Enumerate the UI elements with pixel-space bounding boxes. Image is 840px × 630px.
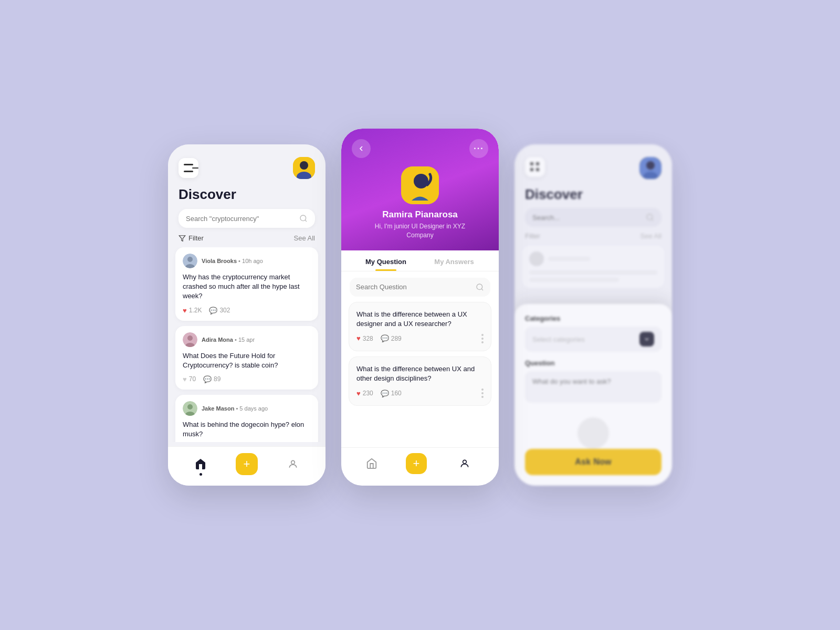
likes-1: ♥ 1.2K	[183, 307, 202, 314]
center-heart-icon-2: ♥	[356, 390, 361, 397]
center-add-button[interactable]: +	[406, 453, 427, 474]
card-stats-1: ♥ 1.2K 💬 302	[183, 307, 311, 314]
filter-label: Filter	[188, 234, 204, 242]
svg-point-13	[187, 404, 193, 410]
right-text-placeholder-2	[529, 278, 619, 282]
center-likes-1: ♥ 328	[356, 334, 373, 342]
svg-point-10	[187, 335, 193, 341]
heart-icon-1: ♥	[183, 307, 187, 314]
center-stats-1: ♥ 328 💬 289	[356, 334, 402, 342]
center-comments-count-1: 289	[391, 335, 402, 342]
menu-line-1	[184, 164, 193, 165]
left-filter-row: Filter See All	[168, 234, 326, 247]
dot-5	[481, 392, 484, 394]
left-search-input[interactable]	[186, 215, 295, 223]
svg-point-17	[414, 174, 428, 188]
comment-icon-1: 💬	[209, 307, 217, 314]
three-dots-2[interactable]	[481, 388, 484, 398]
comments-1: 💬 302	[209, 307, 230, 314]
right-author-avatar	[529, 251, 544, 266]
user-avatar-left[interactable]	[293, 157, 315, 179]
three-dots-1[interactable]	[481, 334, 484, 343]
svg-point-24	[647, 214, 653, 220]
svg-point-1	[300, 161, 308, 170]
center-likes-count-2: 230	[363, 390, 373, 397]
question-card-2[interactable]: Adira Mona • 15 apr What Does the Future…	[175, 326, 318, 390]
center-likes-count-1: 328	[363, 335, 373, 342]
center-comment-icon-1: 💬	[381, 334, 389, 342]
left-add-button[interactable]: +	[236, 453, 258, 475]
question-textarea[interactable]	[525, 371, 662, 403]
more-button[interactable]: ···	[469, 139, 488, 158]
menu-button[interactable]	[178, 158, 198, 178]
grid-dot-2	[536, 162, 539, 165]
right-header	[514, 144, 672, 184]
tab-my-answers[interactable]: My Answers	[420, 250, 488, 271]
dot-1	[481, 334, 484, 336]
author-info-2: Adira Mona • 15 apr	[202, 337, 255, 343]
right-card-row	[529, 251, 657, 266]
center-question-text-1: What is the difference between a UX desi…	[356, 310, 484, 329]
see-all-button[interactable]: See All	[294, 234, 315, 242]
dot-6	[481, 396, 484, 398]
author-avatar-3	[183, 401, 197, 416]
tab-my-question[interactable]: My Question	[352, 250, 420, 271]
comments-count-1: 302	[219, 307, 230, 314]
center-question-card-2[interactable]: What is the difference between UX and ot…	[349, 356, 491, 406]
center-phone: ··· Ramira Pianarosa	[341, 129, 499, 486]
center-heart-icon-1: ♥	[356, 334, 361, 342]
author-row-2: Adira Mona • 15 apr	[183, 332, 311, 347]
question-text-2: What Does the Future Hold for Cryptocurr…	[183, 351, 311, 370]
left-discover-title: Discover	[168, 184, 326, 209]
left-questions-list: Viola Brooks • 10h ago Why has the crypt…	[168, 247, 326, 442]
select-categories-row[interactable]: Select categories	[525, 327, 662, 352]
home-dot	[200, 473, 202, 476]
author-time-1: 10h ago	[242, 258, 263, 264]
center-header: ··· Ramira Pianarosa	[341, 129, 499, 250]
comments-2: 💬 89	[203, 375, 220, 383]
right-user-avatar[interactable]	[639, 157, 662, 179]
center-home-nav[interactable]	[366, 458, 377, 469]
svg-line-4	[305, 220, 307, 222]
filter-button[interactable]: Filter	[178, 234, 204, 242]
center-comments-count-2: 160	[391, 390, 402, 397]
grid-menu-button[interactable]	[525, 157, 545, 177]
right-search-input[interactable]	[532, 214, 642, 222]
center-question-card-1[interactable]: What is the difference between a UX desi…	[349, 302, 491, 351]
author-name-3: Jake Mason	[202, 405, 234, 412]
svg-point-7	[187, 257, 193, 262]
back-button[interactable]	[352, 139, 371, 158]
svg-point-15	[291, 460, 295, 464]
profile-avatar	[401, 166, 439, 204]
comments-count-2: 89	[214, 375, 220, 383]
dot-4	[481, 388, 484, 391]
question-text-3: What is behind the dogecoin hype? elon m…	[183, 420, 311, 439]
center-comments-1: 💬 289	[381, 334, 402, 342]
question-card-3[interactable]: Jake Mason • 5 days ago What is behind t…	[175, 395, 318, 442]
author-name-2: Adira Mona	[202, 337, 233, 343]
likes-count-2: 70	[189, 375, 196, 383]
menu-line-3	[184, 171, 193, 172]
center-bottom-nav: +	[341, 447, 499, 477]
right-filter-row: Filter See All	[514, 232, 672, 245]
right-search-bar	[525, 208, 662, 227]
heart-icon-2: ♥	[183, 375, 187, 383]
profile-section: Ramira Pianarosa Hi, I'm junior UI Desig…	[352, 166, 488, 250]
author-time-3: 5 days ago	[239, 405, 268, 412]
dropdown-button[interactable]	[639, 332, 654, 346]
right-phone: Discover Filter See All Categories	[514, 144, 672, 486]
center-search-input[interactable]	[356, 283, 471, 291]
card-stats-2: ♥ 70 💬 89	[183, 375, 311, 383]
center-comments-2: 💬 160	[381, 390, 402, 397]
question-card-1[interactable]: Viola Brooks • 10h ago Why has the crypt…	[175, 247, 318, 321]
left-home-nav[interactable]	[191, 455, 210, 474]
ask-now-button[interactable]: Ask Now	[525, 449, 662, 475]
blur-decoration	[578, 417, 609, 449]
dot-3	[481, 341, 484, 343]
center-profile-nav[interactable]	[455, 454, 474, 473]
author-time-2: 15 apr	[238, 337, 255, 343]
left-profile-nav[interactable]	[284, 455, 302, 474]
center-body: My Question My Answers What is the diffe…	[341, 250, 499, 486]
left-search-icon	[299, 214, 308, 223]
question-text-1: Why has the cryptocurrency market crashe…	[183, 272, 311, 301]
